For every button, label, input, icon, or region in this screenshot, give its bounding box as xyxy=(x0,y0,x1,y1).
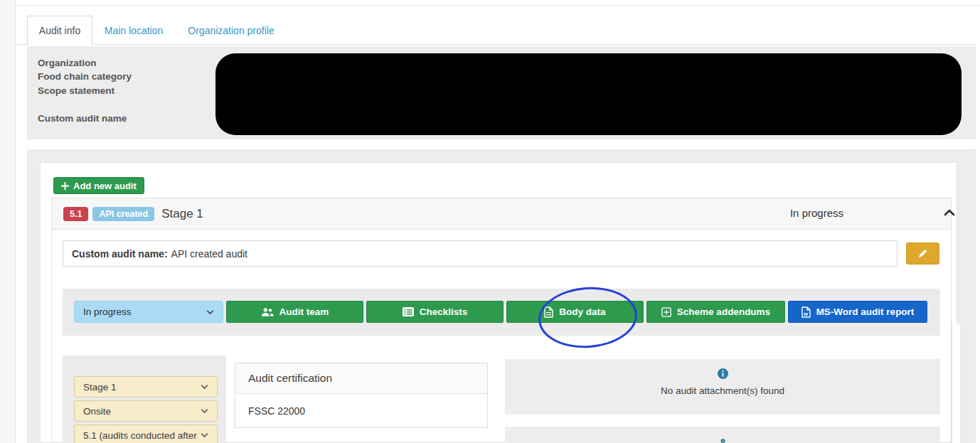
chevron-down-icon xyxy=(201,384,208,390)
certification-panel-header: Audit certification xyxy=(235,363,487,394)
top-divider xyxy=(16,5,980,6)
label-scope-statement: Scope statement xyxy=(38,84,114,98)
left-gutter xyxy=(0,0,16,443)
pencil-icon xyxy=(918,249,927,258)
attachments-empty-box: No audit attachment(s) found xyxy=(505,359,940,415)
label-custom-audit-name: Custom audit name xyxy=(38,112,127,126)
audit-certification-panel: Audit certification FSSC 22000 xyxy=(235,363,488,428)
onsite-select[interactable]: Onsite xyxy=(74,400,218,422)
no-attachments-message: No audit attachment(s) found xyxy=(661,385,784,396)
svg-text:w: w xyxy=(803,311,808,317)
status-select-value: In progress xyxy=(83,306,132,317)
scrollbar-track[interactable] xyxy=(952,324,961,443)
version-select[interactable]: 5.1 (audits conducted after xyxy=(74,425,218,443)
select-value: Onsite xyxy=(83,406,111,417)
audit-status-select[interactable]: In progress xyxy=(74,301,223,323)
add-new-audit-button[interactable]: Add new audit xyxy=(53,177,144,194)
msword-audit-report-button[interactable]: w MS-Word audit report xyxy=(788,301,927,323)
tab-label: Organization profile xyxy=(188,25,274,36)
button-label: Scheme addendums xyxy=(677,306,770,317)
chevron-down-icon xyxy=(206,309,214,315)
edit-custom-name-button[interactable] xyxy=(906,242,939,265)
audit-team-button[interactable]: Audit team xyxy=(226,301,363,323)
word-file-icon: w xyxy=(801,306,811,318)
tab-label: Audit info xyxy=(39,25,80,36)
select-value: 5.1 (audits conducted after xyxy=(83,430,197,441)
tab-audit-info[interactable]: Audit info xyxy=(27,16,92,45)
info-icon xyxy=(718,439,728,443)
select-value: Stage 1 xyxy=(83,382,117,393)
custom-audit-name-box[interactable]: Custom audit name: API created audit xyxy=(63,240,898,267)
add-new-audit-label: Add new audit xyxy=(73,181,137,191)
list-icon xyxy=(403,307,414,316)
chevron-down-icon xyxy=(201,408,208,414)
certification-value-row: FSSC 22000 xyxy=(235,394,487,428)
plus-icon xyxy=(61,182,69,190)
checklists-button[interactable]: Checklists xyxy=(366,301,504,323)
users-icon xyxy=(261,307,274,317)
scheme-addendums-button[interactable]: Scheme addendums xyxy=(646,301,785,323)
tab-organization-profile[interactable]: Organization profile xyxy=(178,16,284,45)
button-label: MS-Word audit report xyxy=(816,306,915,317)
body-data-button[interactable]: Body data xyxy=(506,301,644,323)
tab-main-location[interactable]: Main location xyxy=(95,16,173,45)
redacted-values-box xyxy=(215,53,962,135)
second-info-box xyxy=(505,427,940,443)
version-badge: 5.1 xyxy=(63,207,88,221)
plus-square-icon xyxy=(661,307,671,317)
custom-audit-name-label: Custom audit name: xyxy=(72,248,168,260)
tab-label: Main location xyxy=(105,25,164,36)
custom-audit-name-value: API created audit xyxy=(171,248,247,260)
audit-status-text: In progress xyxy=(790,207,843,219)
certification-title: Audit certification xyxy=(248,372,332,385)
chevron-down-icon xyxy=(201,432,208,438)
audit-page: Audit info Main location Organization pr… xyxy=(0,0,980,443)
certification-value: FSSC 22000 xyxy=(248,405,305,417)
chevron-up-icon[interactable] xyxy=(944,208,955,217)
audit-title: Stage 1 xyxy=(161,207,203,221)
button-label: Checklists xyxy=(420,306,468,317)
button-label: Body data xyxy=(559,306,605,317)
button-label: Audit team xyxy=(279,306,329,317)
label-organization: Organization xyxy=(38,56,97,70)
label-food-chain-category: Food chain category xyxy=(38,70,132,84)
info-icon xyxy=(718,368,728,379)
file-lines-icon xyxy=(544,306,553,318)
api-created-badge: API created xyxy=(92,207,154,221)
stage-select[interactable]: Stage 1 xyxy=(74,376,218,397)
